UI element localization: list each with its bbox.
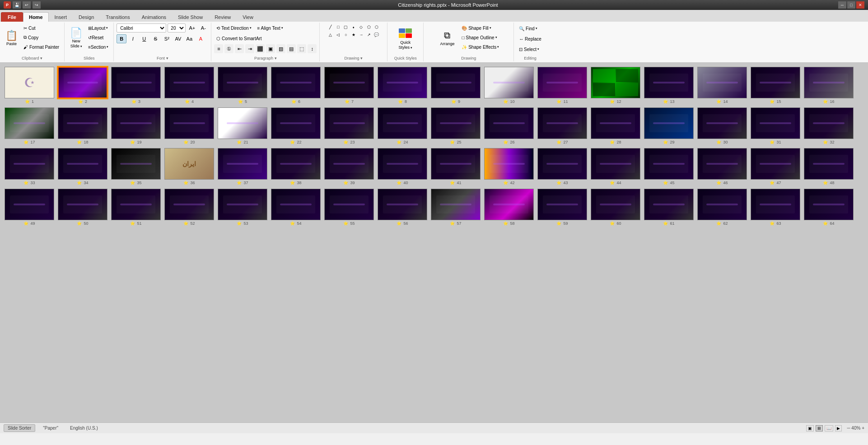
slide-item[interactable]: ⭐62 (697, 189, 747, 226)
new-slide-button[interactable]: 📄 NewSlide▾ (67, 23, 85, 53)
slide-item[interactable]: ⭐2 (58, 67, 107, 104)
slide-item[interactable]: ⭐30 (697, 107, 747, 144)
shape-arrow2[interactable]: ↗ (365, 31, 373, 38)
slide-item[interactable]: ⭐3 (111, 67, 161, 104)
slide-item[interactable]: ⭐29 (644, 107, 694, 144)
shape-rounded-rect[interactable]: ▢ (342, 23, 350, 31)
tab-insert[interactable]: Insert (49, 12, 73, 22)
slide-item[interactable]: ⭐43 (537, 148, 587, 185)
qat-save[interactable]: 💾 (13, 1, 21, 9)
strikethrough-button[interactable]: S (150, 34, 160, 43)
view-reading-button[interactable]: 📖 (825, 425, 833, 431)
slide-item[interactable]: ⭐6 (271, 67, 321, 104)
qat-undo[interactable]: ↩ (23, 1, 31, 9)
slide-item[interactable]: ⭐53 (218, 189, 267, 226)
slide-item[interactable]: ⭐7 (324, 67, 374, 104)
slide-item[interactable]: ایران⭐36 (164, 148, 214, 185)
paste-button[interactable]: 📋 Paste (3, 23, 20, 53)
slide-item[interactable]: ⭐55 (324, 189, 374, 226)
shape-rect[interactable]: □ (335, 23, 342, 31)
layout-button[interactable]: ⊞ Layout ▾ (86, 23, 111, 32)
view-slidesorter-button[interactable]: ⊞ (816, 425, 823, 431)
slide-item[interactable]: ⭐25 (431, 107, 481, 144)
shape-parallelogram[interactable]: ⬧ (350, 23, 357, 31)
shape-trapezoid[interactable]: ⬠ (365, 23, 373, 31)
shape-star[interactable]: ★ (350, 31, 357, 38)
slide-item[interactable]: ⭐16 (804, 67, 854, 104)
find-button[interactable]: 🔍 Find ▾ (517, 23, 543, 33)
slide-item[interactable]: ⭐17 (5, 107, 54, 144)
slide-item[interactable]: ⭐26 (484, 107, 534, 144)
cut-button[interactable]: ✂ Cut (21, 23, 61, 32)
tab-slideshow[interactable]: Slide Show (172, 12, 209, 22)
slide-item[interactable]: ⭐11 (537, 67, 587, 104)
slide-item[interactable]: ⭐24 (378, 107, 427, 144)
slide-item[interactable]: ⭐20 (164, 107, 214, 144)
slide-item[interactable]: ⭐27 (537, 107, 587, 144)
line-spacing-button[interactable]: ↕ (308, 44, 317, 53)
slide-item[interactable]: ⭐18 (58, 107, 107, 144)
select-button[interactable]: ⊡ Select ▾ (517, 44, 543, 54)
tab-transitions[interactable]: Transitions (100, 12, 135, 22)
justify-button[interactable]: ▤ (287, 44, 296, 53)
slide-item[interactable]: ⭐31 (751, 107, 800, 144)
slide-item[interactable]: ⭐28 (591, 107, 640, 144)
shape-callout[interactable]: 💬 (373, 31, 380, 38)
slide-item[interactable]: ⭐45 (644, 148, 694, 185)
slide-item[interactable]: ☪⭐1 (5, 67, 54, 104)
slide-item[interactable]: ⭐51 (111, 189, 161, 226)
bold-button[interactable]: B (117, 34, 126, 43)
underline-button[interactable]: U (139, 34, 149, 43)
slide-item[interactable]: ⭐49 (5, 189, 54, 226)
shape-triangle[interactable]: △ (327, 31, 334, 38)
qat-redo[interactable]: ↪ (33, 1, 41, 9)
align-text-button[interactable]: ≡ Align Text ▾ (255, 23, 285, 32)
slide-item[interactable]: ⭐5 (218, 67, 267, 104)
slide-item[interactable]: ⭐37 (218, 148, 267, 185)
tab-file[interactable]: File (1, 12, 23, 22)
slide-item[interactable]: ⭐14 (697, 67, 747, 104)
slide-item[interactable]: ⭐19 (111, 107, 161, 144)
slide-item[interactable]: ⭐38 (271, 148, 321, 185)
slide-item[interactable]: ⭐50 (58, 189, 107, 226)
tab-review[interactable]: Review (209, 12, 237, 22)
format-painter-button[interactable]: 🖌 Format Painter (21, 42, 61, 51)
shape-pentagon[interactable]: ⬡ (373, 23, 380, 31)
slide-item[interactable]: ⭐63 (751, 189, 800, 226)
text-direction-button[interactable]: ⟲ Text Direction ▾ (214, 23, 253, 32)
minimize-button[interactable]: ─ (838, 1, 846, 9)
increase-indent-button[interactable]: ⇥ (245, 44, 254, 53)
columns-button[interactable]: ⬚ (297, 44, 306, 53)
align-left-button[interactable]: ⬛ (256, 44, 265, 53)
status-tab-paper[interactable]: "Paper" (39, 424, 62, 432)
slide-item[interactable]: ⭐61 (644, 189, 694, 226)
slide-item[interactable]: ⭐64 (804, 189, 854, 226)
quick-styles-button[interactable]: QuickStyles▾ (392, 24, 419, 54)
slide-item[interactable]: ⭐21 (218, 107, 267, 144)
slide-item[interactable]: ⭐47 (751, 148, 800, 185)
font-shrink-button[interactable]: A- (198, 23, 208, 32)
section-button[interactable]: ≡ Section ▾ (86, 42, 111, 51)
tab-view[interactable]: View (237, 12, 259, 22)
bullets-button[interactable]: ≡ (214, 44, 223, 53)
copy-button[interactable]: ⧉ Copy (21, 33, 61, 42)
slide-item[interactable]: ⭐40 (378, 148, 427, 185)
font-size-select[interactable]: 20 (168, 23, 186, 32)
tab-animations[interactable]: Animations (136, 12, 172, 22)
slide-item[interactable]: ⭐60 (591, 189, 640, 226)
font-grow-button[interactable]: A+ (187, 23, 197, 32)
slide-item[interactable]: ⭐35 (111, 148, 161, 185)
slide-item[interactable]: ⭐9 (431, 67, 481, 104)
slide-item[interactable]: ⭐57 (431, 189, 481, 226)
slide-item[interactable]: ⭐58 (484, 189, 534, 226)
shape-diamond[interactable]: ◇ (358, 23, 365, 31)
slide-item[interactable]: ⭐48 (804, 148, 854, 185)
slide-item[interactable]: ⭐42 (484, 148, 534, 185)
decrease-indent-button[interactable]: ⇤ (235, 44, 244, 53)
convert-smartart-button[interactable]: ⬡ Convert to SmartArt (214, 34, 264, 43)
shape-outline-button[interactable]: □ Shape Outline ▾ (459, 33, 501, 42)
slide-item[interactable]: ⭐8 (378, 67, 427, 104)
maximize-button[interactable]: □ (847, 1, 855, 9)
slide-item[interactable]: ⭐59 (537, 189, 587, 226)
shape-line[interactable]: ╱ (327, 23, 334, 31)
